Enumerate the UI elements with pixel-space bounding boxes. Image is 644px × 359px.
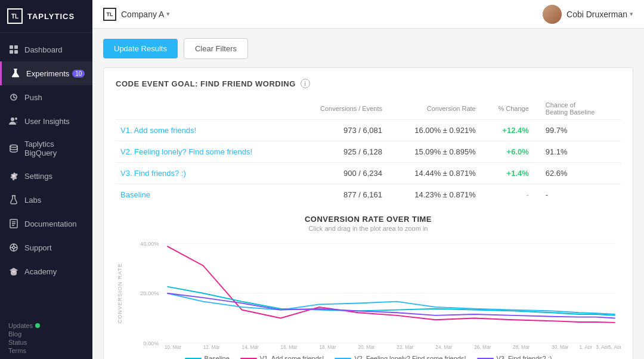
table-row: Baseline 877 / 6,161 14.23% ± 0.871% - -: [116, 184, 621, 206]
sidebar-item-push-label: Push: [24, 93, 42, 102]
chart-wrapper: CONVERSION RATE 40.00% 20.00% 0.00% 10. …: [140, 238, 621, 349]
svg-text:26. Mar: 26. Mar: [474, 344, 491, 349]
chart-svg[interactable]: 40.00% 20.00% 0.00% 10. Mar 12. Mar 14. …: [140, 238, 621, 349]
logo-icon: TL: [7, 8, 23, 24]
topbar-logo-icon: TL: [103, 8, 116, 21]
sidebar-item-user-insights[interactable]: User Insights: [0, 109, 92, 133]
sidebar-footer: Updates Blog Status Terms: [0, 316, 92, 359]
table-row: V1. Add some friends! 973 / 6,081 16.00%…: [116, 120, 621, 141]
legend-v1-label: V1. Add some friends!: [260, 355, 324, 359]
legend-v3-label: V3. Find friends? :): [497, 355, 552, 359]
sidebar-item-user-insights-label: User Insights: [24, 117, 70, 126]
sidebar-item-dashboard-label: Dashboard: [24, 45, 63, 54]
experiments-icon: [10, 68, 21, 79]
variant-name[interactable]: V3. Find friends? :): [120, 169, 186, 178]
sidebar-item-experiments-label: Experiments: [26, 69, 69, 78]
svg-text:18. Mar: 18. Mar: [319, 344, 336, 349]
academy-icon: [8, 266, 19, 277]
info-icon[interactable]: i: [301, 79, 310, 88]
svg-text:40.00%: 40.00%: [140, 241, 159, 247]
svg-text:28. Mar: 28. Mar: [513, 344, 530, 349]
labs-icon: [8, 194, 19, 205]
legend-v3: V3. Find friends? :): [477, 355, 552, 359]
company-selector[interactable]: Company A ▾: [121, 10, 170, 19]
chance-cell: -: [534, 184, 621, 206]
avatar-image: [543, 5, 562, 24]
change-cell: +6.0%: [481, 141, 534, 163]
support-icon: [8, 242, 19, 253]
legend-v1: V1. Add some friends!: [240, 355, 324, 359]
sidebar-item-push[interactable]: Push: [0, 85, 92, 109]
sidebar-item-bigquery-label: Taplytics BigQuery: [24, 140, 84, 157]
sidebar-item-documentation[interactable]: Documentation: [0, 212, 92, 236]
user-menu[interactable]: Cobi Druxerman ▾: [566, 10, 633, 19]
main: TL Company A ▾ Cobi Druxerman ▾ Update R…: [92, 0, 644, 359]
sidebar-item-experiments[interactable]: Experiments 10: [0, 61, 92, 85]
svg-text:22. Mar: 22. Mar: [397, 344, 413, 349]
svg-rect-3: [14, 50, 18, 54]
legend-baseline-label: Baseline: [205, 355, 230, 359]
sidebar-item-bigquery[interactable]: Taplytics BigQuery: [0, 133, 92, 164]
legend-v2: V2. Feeling lonely? Find some friends!: [335, 355, 466, 359]
svg-point-6: [11, 117, 14, 121]
svg-point-15: [13, 246, 15, 249]
footer-terms-label[interactable]: Terms: [8, 347, 84, 354]
variant-name[interactable]: V2. Feeling lonely? Find some friends!: [120, 147, 252, 156]
goal-title-text: CODE EVENT GOAL: FIND FRIEND WORDING: [116, 79, 296, 88]
topbar-left: TL Company A ▾: [103, 8, 170, 21]
sidebar-item-settings[interactable]: Settings: [0, 164, 92, 188]
col-header-conversions: Conversions / Events: [292, 98, 387, 120]
conversions-cell: 973 / 6,081: [292, 120, 387, 141]
col-header-chance: Chance ofBeating Baseline: [534, 98, 621, 120]
svg-text:1. Apr: 1. Apr: [579, 344, 592, 349]
svg-text:0.00%: 0.00%: [143, 341, 159, 346]
variant-name[interactable]: Baseline: [120, 190, 150, 199]
change-cell: +1.4%: [481, 163, 534, 184]
sidebar-item-dashboard[interactable]: Dashboard: [0, 38, 92, 61]
update-results-button[interactable]: Update Results: [103, 39, 178, 58]
col-header-name: [116, 98, 292, 120]
sidebar-item-academy[interactable]: Academy: [0, 259, 92, 283]
company-arrow-icon: ▾: [166, 10, 170, 18]
svg-text:24. Mar: 24. Mar: [435, 344, 452, 349]
legend-v2-label: V2. Feeling lonely? Find some friends!: [354, 355, 466, 359]
chance-cell: 99.7%: [534, 120, 621, 141]
svg-point-7: [15, 117, 17, 120]
avatar: [543, 5, 562, 24]
logo-text: TAPLYTICS: [27, 12, 75, 21]
footer-status-label[interactable]: Status: [8, 339, 84, 346]
sidebar-item-documentation-label: Documentation: [24, 219, 76, 228]
variant-name[interactable]: V1. Add some friends!: [120, 126, 196, 135]
rate-cell: 14.23% ± 0.871%: [387, 184, 481, 206]
filter-bar: Update Results Clear Filters: [103, 38, 633, 59]
sidebar-item-support-label: Support: [24, 243, 52, 252]
col-header-change: % Change: [481, 98, 534, 120]
svg-text:16. Mar: 16. Mar: [281, 344, 298, 349]
svg-rect-0: [10, 45, 13, 49]
experiments-badge: 10: [72, 70, 85, 78]
sidebar-item-labs[interactable]: Labs: [0, 188, 92, 212]
footer-blog-label[interactable]: Blog: [8, 330, 84, 338]
clear-filters-button[interactable]: Clear Filters: [184, 38, 248, 59]
rate-cell: 16.00% ± 0.921%: [387, 120, 481, 141]
footer-updates-label[interactable]: Updates: [8, 322, 33, 329]
svg-text:20.00%: 20.00%: [140, 290, 159, 296]
change-cell: -: [481, 184, 534, 206]
svg-text:14. Mar: 14. Mar: [242, 344, 259, 349]
chance-cell: 62.6%: [534, 163, 621, 184]
sidebar-item-support[interactable]: Support: [0, 236, 92, 259]
dashboard-icon: [8, 44, 19, 55]
legend-v1-line: [240, 358, 257, 359]
svg-text:3. Apr: 3. Apr: [596, 344, 609, 349]
svg-text:30. Mar: 30. Mar: [552, 344, 568, 349]
docs-icon: [8, 218, 19, 229]
results-card: CODE EVENT GOAL: FIND FRIEND WORDING i C…: [103, 67, 633, 359]
svg-rect-1: [14, 45, 18, 49]
legend-v2-line: [335, 358, 351, 359]
y-axis-label: CONVERSION RATE: [117, 263, 123, 323]
company-name: Company A: [121, 10, 164, 19]
legend-baseline: Baseline: [185, 355, 230, 359]
topbar-right: Cobi Druxerman ▾: [543, 5, 633, 24]
conversions-cell: 877 / 6,161: [292, 184, 387, 206]
legend-v3-line: [477, 358, 494, 359]
